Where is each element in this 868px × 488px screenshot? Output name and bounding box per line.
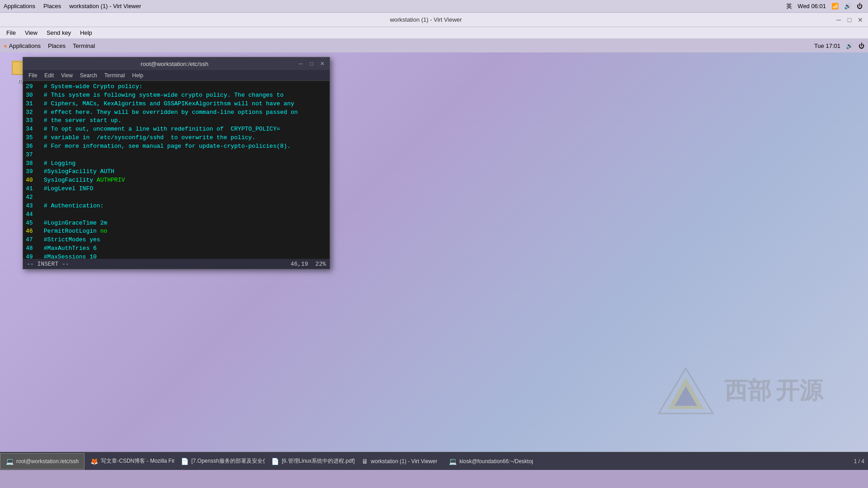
virt-viewer-titlebar: workstation (1) - Virt Viewer ─ □ ✕	[0, 13, 868, 27]
taskbar-right: 1 / 4	[854, 458, 868, 465]
outer-topbar-left: Applications Places workstation (1) - Vi…	[0, 3, 141, 9]
outer-system-topbar: Applications Places workstation (1) - Vi…	[0, 0, 868, 13]
terminal-statusbar: -- INSERT -- 46,19 22%	[23, 259, 330, 269]
taskbar-kiosk-label: kiosk@foundation66:~/Desktop	[459, 458, 533, 465]
taskbar-item-pdf1[interactable]: 📄 [7.Openssh服务的部署及安全优化.pdf]	[175, 453, 265, 469]
taskbar-virtviewer-icon: 🖥	[362, 458, 368, 465]
vim-mode-indicator: -- INSERT --	[27, 261, 69, 267]
terminal-menu-terminal[interactable]: Terminal	[101, 71, 128, 80]
term-line-48: 48 #MaxAuthTries 6	[26, 244, 327, 253]
taskbar-item-firefox[interactable]: 🦊 写文章-CSDN博客 - Mozilla Firefox	[85, 453, 175, 469]
terminal-maximize-button[interactable]: □	[307, 59, 316, 68]
term-line-31: 31 # Ciphers, MACs, KexAlgoritms and GSS…	[26, 100, 327, 108]
vm-power-icon[interactable]: ⏻	[859, 42, 864, 49]
virt-viewer-title: workstation (1) - Virt Viewer	[18, 16, 834, 23]
term-line-33: 33 # the server start up.	[26, 117, 327, 125]
vv-menu-help[interactable]: Help	[75, 28, 97, 37]
vm-places-menu[interactable]: Places	[48, 42, 66, 49]
taskbar-pdf2-label: [6.管理Linux系统中的进程.pdf]	[282, 457, 354, 465]
maximize-button[interactable]: □	[844, 15, 854, 25]
vim-cursor-position: 46,19	[291, 261, 308, 267]
taskbar-items: 💻 root@workstation:/etc/ssh 🦊 写文章-CSDN博客…	[0, 452, 854, 470]
term-line-36: 36 # For more information, see manual pa…	[26, 142, 327, 151]
watermark: 西部 开源	[656, 366, 823, 416]
taskbar-virtviewer-label: workstation (1) - Virt Viewer	[371, 458, 437, 465]
outer-places-menu[interactable]: Places	[43, 3, 61, 9]
vv-menu-sendkey[interactable]: Send key	[42, 28, 75, 37]
term-line-29: 29 # System-wide Crypto policy:	[26, 83, 327, 91]
term-line-43: 43 # Authentication:	[26, 202, 327, 211]
vv-menu-view[interactable]: View	[20, 28, 42, 37]
terminal-menubar: File Edit View Search Terminal Help	[23, 70, 330, 81]
vm-applications-icon: ●	[4, 42, 7, 49]
terminal-title: root@workstation:/etc/ssh	[53, 61, 296, 67]
term-line-32: 32 # effect here. They will be overridde…	[26, 108, 327, 117]
term-line-30: 30 # This system is following system-wid…	[26, 91, 327, 100]
taskbar-firefox-label: 写文章-CSDN博客 - Mozilla Firefox	[101, 457, 175, 465]
taskbar-pdf1-label: [7.Openssh服务的部署及安全优化.pdf]	[191, 457, 265, 465]
taskbar-kiosk-icon: 💻	[449, 458, 457, 465]
terminal-close-button[interactable]: ✕	[318, 59, 327, 68]
vm-applications-menu[interactable]: ● Applications	[4, 42, 41, 49]
outer-datetime: Wed 06:01	[797, 3, 826, 9]
taskbar-firefox-icon: 🦊	[90, 458, 98, 465]
taskbar-item-terminal[interactable]: 💻 root@workstation:/etc/ssh	[0, 453, 85, 469]
vm-volume-icon[interactable]: 🔊	[846, 42, 853, 49]
terminal-minimize-button[interactable]: ─	[296, 59, 305, 68]
term-line-39: 39 #SyslogFacility AUTH	[26, 168, 327, 176]
terminal-content[interactable]: 29 # System-wide Crypto policy: 30 # Thi…	[23, 81, 330, 259]
term-line-41: 41 #LogLevel INFO	[26, 185, 327, 193]
taskbar-pdf2-icon: 📄	[271, 458, 279, 465]
vm-time: Tue 17:01	[814, 42, 840, 49]
terminal-menu-edit[interactable]: Edit	[41, 71, 57, 80]
vm-panel-left: ● Applications Places Terminal	[4, 42, 95, 49]
taskbar-item-pdf2[interactable]: 📄 [6.管理Linux系统中的进程.pdf]	[265, 453, 356, 469]
power-icon[interactable]: ⏻	[857, 3, 863, 9]
terminal-menu-view[interactable]: View	[57, 71, 76, 80]
watermark-text1: 西部	[724, 375, 771, 407]
terminal-titlebar: root@workstation:/etc/ssh ─ □ ✕	[23, 57, 330, 70]
taskbar-pdf1-icon: 📄	[181, 458, 189, 465]
term-line-37: 37	[26, 151, 327, 160]
outer-applications-menu[interactable]: Applications	[4, 3, 35, 9]
terminal-window: root@workstation:/etc/ssh ─ □ ✕ File Edi…	[23, 57, 330, 269]
workspace-indicator: 1 / 4	[854, 458, 864, 465]
virt-viewer-window-controls: ─ □ ✕	[834, 15, 868, 25]
term-line-46: 46 PermitRootLogin no	[26, 227, 327, 236]
terminal-menu-help[interactable]: Help	[128, 71, 147, 80]
vm-top-panel: ● Applications Places Terminal Tue 17:01…	[0, 39, 868, 52]
terminal-menu-search[interactable]: Search	[76, 71, 101, 80]
outer-window-title: workstation (1) - Virt Viewer	[69, 3, 141, 9]
term-line-49: 49 #MaxSessions 10	[26, 253, 327, 259]
term-line-45: 45 #LoginGraceTime 2m	[26, 219, 327, 228]
terminal-window-controls: ─ □ ✕	[296, 59, 327, 68]
vv-menu-file[interactable]: File	[2, 28, 20, 37]
virt-viewer-menubar: File View Send key Help	[0, 27, 868, 39]
outer-topbar-right: 英 Wed 06:01 📶 🔊 ⏻	[786, 2, 868, 10]
close-button[interactable]: ✕	[855, 15, 865, 25]
triangle-logo-icon	[656, 366, 715, 416]
minimize-button[interactable]: ─	[834, 15, 844, 25]
term-line-44: 44	[26, 211, 327, 219]
term-line-34: 34 # To opt out, uncomment a line with r…	[26, 125, 327, 134]
taskbar-item-kiosk[interactable]: 💻 kiosk@foundation66:~/Desktop	[443, 453, 533, 469]
vim-scroll-percent: 22%	[316, 261, 326, 267]
network-icon: 📶	[831, 3, 839, 9]
taskbar-terminal-label: root@workstation:/etc/ssh	[16, 458, 79, 465]
taskbar-item-virtviewer[interactable]: 🖥 workstation (1) - Virt Viewer	[356, 453, 443, 469]
terminal-menu-file[interactable]: File	[25, 71, 41, 80]
term-line-38: 38 # Logging	[26, 160, 327, 168]
watermark-text2: 开源	[776, 375, 823, 407]
term-line-42: 42	[26, 193, 327, 202]
vm-terminal-menu[interactable]: Terminal	[73, 42, 95, 49]
taskbar: 💻 root@workstation:/etc/ssh 🦊 写文章-CSDN博客…	[0, 452, 868, 470]
vm-panel-right: Tue 17:01 🔊 ⏻	[814, 42, 864, 49]
lang-indicator: 英	[786, 2, 792, 10]
vm-desktop: ● Applications Places Terminal Tue 17:01…	[0, 39, 868, 470]
taskbar-terminal-icon: 💻	[6, 458, 14, 465]
term-line-35: 35 # variable in /etc/sysconfig/sshd to …	[26, 134, 327, 142]
term-line-40: 40 SyslogFacility AUTHPRIV	[26, 176, 327, 185]
volume-icon: 🔊	[844, 3, 851, 9]
term-line-47: 47 #StrictModes yes	[26, 236, 327, 244]
